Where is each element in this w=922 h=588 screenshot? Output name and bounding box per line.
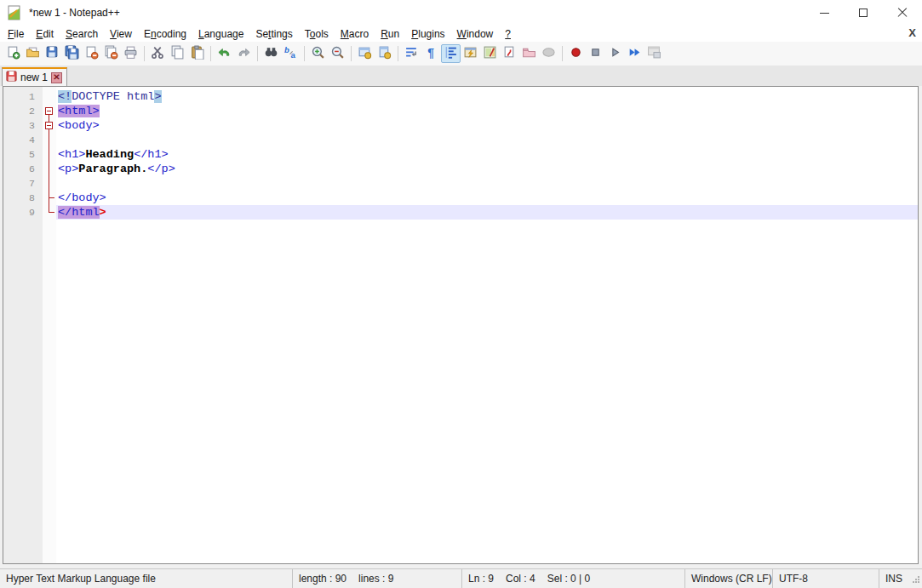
line-number: 3 [3, 118, 35, 133]
undo-button[interactable] [215, 44, 234, 63]
line-number: 8 [3, 191, 35, 205]
line-number: 6 [3, 162, 35, 176]
close-icon [897, 8, 908, 18]
redo-button[interactable] [234, 44, 254, 63]
macro-stop-button[interactable] [586, 44, 605, 63]
macro-record-icon [569, 45, 583, 63]
close-file-button[interactable] [82, 44, 101, 63]
close-button[interactable] [883, 0, 922, 26]
code-line-4 [56, 133, 918, 147]
code-line-5: <h1>Heading</h1> [56, 147, 918, 162]
document-map-button[interactable] [480, 44, 500, 63]
fold-collapse-icon[interactable] [45, 122, 53, 129]
new-file-icon [6, 45, 20, 63]
fold-collapse-icon[interactable] [45, 107, 53, 115]
new-file-button[interactable] [3, 44, 23, 63]
code-line-8: </body> [56, 191, 918, 205]
notepad-plus-plus-icon [7, 5, 22, 20]
toolbar-separator [398, 46, 398, 61]
menu-item-help[interactable]: ? [499, 26, 517, 42]
tab-label: new 1 [20, 71, 48, 83]
macro-save-icon [647, 45, 661, 63]
paste-icon [190, 45, 204, 63]
minimize-button[interactable] [805, 0, 844, 26]
tab-close-icon[interactable]: ✕ [51, 72, 62, 83]
folder-as-workspace-button[interactable] [519, 44, 539, 63]
unsaved-floppy-icon [6, 71, 17, 84]
find-icon [264, 45, 278, 63]
close-file-icon [84, 45, 99, 63]
close-all-button[interactable] [101, 44, 121, 63]
word-wrap-button[interactable] [402, 44, 421, 63]
save-all-button[interactable] [62, 44, 82, 63]
sync-horizontal-scroll-button[interactable] [375, 44, 394, 63]
menu-item-settings[interactable]: Settings [249, 26, 298, 42]
open-file-button[interactable] [23, 44, 43, 63]
find-button[interactable] [261, 44, 281, 63]
menu-item-view[interactable]: View [104, 26, 138, 42]
maximize-icon [859, 9, 868, 17]
menu-bar: FileEditSearchViewEncodingLanguageSettin… [0, 26, 922, 42]
monitoring-icon [541, 45, 556, 63]
menu-item-tools[interactable]: Tools [299, 26, 335, 42]
show-indent-guide-button[interactable] [441, 44, 461, 63]
toolbar-separator [351, 46, 352, 61]
menu-item-run[interactable]: Run [375, 26, 405, 42]
function-list-button[interactable] [461, 44, 480, 63]
line-number: 4 [3, 133, 35, 147]
menu-item-macro[interactable]: Macro [335, 26, 375, 42]
word-wrap-icon [404, 45, 419, 63]
sync-vertical-scroll-button[interactable] [355, 44, 375, 63]
line-number-margin[interactable]: 123456789 [3, 87, 43, 563]
menu-item-search[interactable]: Search [60, 26, 104, 42]
toolbar-separator [210, 46, 211, 61]
menu-item-file[interactable]: File [2, 26, 30, 42]
save-all-icon [65, 45, 79, 63]
fold-margin[interactable] [43, 87, 56, 563]
toolbar: ba¶ [0, 42, 922, 66]
cut-button[interactable] [148, 44, 168, 63]
show-all-characters-icon: ¶ [424, 45, 438, 63]
menu-item-encoding[interactable]: Encoding [138, 26, 192, 42]
macro-play-icon [608, 45, 622, 63]
monitoring-button[interactable] [539, 44, 558, 63]
statusbar-eol-format: Windows (CR LF) [684, 569, 772, 588]
print-button[interactable] [121, 44, 140, 63]
macro-stop-icon [588, 45, 603, 63]
sync-horizontal-scroll-icon [377, 45, 392, 63]
folder-as-workspace-icon [522, 45, 536, 63]
save-button[interactable] [43, 44, 62, 63]
document-list-button[interactable] [500, 44, 519, 63]
menu-item-edit[interactable]: Edit [30, 26, 60, 42]
show-all-characters-button[interactable]: ¶ [421, 44, 441, 63]
maximize-button[interactable] [844, 0, 883, 26]
doc-length: length : 90 [299, 573, 346, 585]
macro-save-button[interactable] [644, 44, 664, 63]
code-line-2: <html> [56, 104, 918, 118]
tab-bar: new 1 ✕ [0, 66, 922, 86]
zoom-in-button[interactable] [308, 44, 328, 63]
editor: 123456789 <!DOCTYPE html><html><body><h1… [3, 86, 919, 564]
zoom-in-icon [311, 45, 325, 63]
toolbar-separator [562, 46, 563, 61]
document-list-icon [502, 45, 517, 63]
fold-end-marker [49, 197, 54, 198]
menu-item-language[interactable]: Language [192, 26, 249, 42]
tab-new-1[interactable]: new 1 ✕ [2, 67, 67, 86]
menubar-close-button[interactable]: X [908, 26, 916, 39]
title-bar: *new 1 - Notepad++ [0, 0, 922, 26]
save-icon [45, 45, 60, 63]
zoom-out-button[interactable] [328, 44, 347, 63]
macro-run-multiple-button[interactable] [625, 44, 644, 63]
replace-button[interactable]: ba [281, 44, 301, 63]
copy-button[interactable] [168, 44, 187, 63]
paste-button[interactable] [187, 44, 207, 63]
menu-item-plugins[interactable]: Plugins [405, 26, 450, 42]
notepad-plus-plus-window: *new 1 - Notepad++ FileEditSearchViewEnc… [0, 0, 922, 588]
redo-icon [237, 45, 251, 63]
code-area[interactable]: <!DOCTYPE html><html><body><h1>Heading</… [56, 87, 918, 563]
macro-play-button[interactable] [605, 44, 625, 63]
macro-record-button[interactable] [566, 44, 586, 63]
resize-grip[interactable] [910, 574, 920, 586]
menu-item-window[interactable]: Window [451, 26, 500, 42]
